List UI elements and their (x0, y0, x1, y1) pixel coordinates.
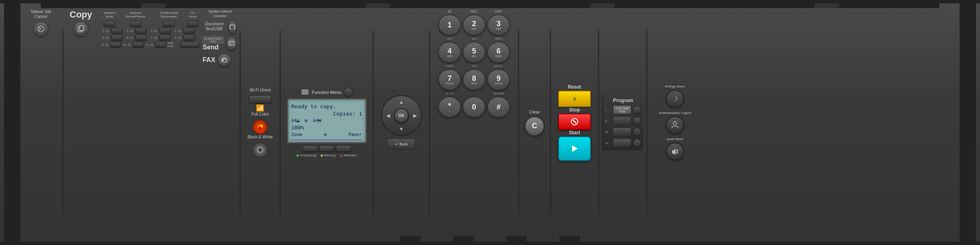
authentication-button[interactable] (666, 116, 684, 134)
fax-button[interactable] (218, 53, 231, 67)
start-button[interactable] (558, 136, 591, 161)
back-button[interactable]: ↩ Back (387, 138, 416, 150)
address-recall-button[interactable] (130, 21, 141, 27)
numpad-9-button[interactable]: 9 WXYZ (487, 69, 510, 90)
numpad-2-button[interactable]: 2 ABC (463, 14, 486, 36)
label-ghi: GHI (438, 37, 461, 40)
status-job-cancel-button[interactable] (33, 22, 48, 36)
numpad-4-button[interactable]: 4 GHI (438, 42, 461, 63)
top-slot-3 (590, 3, 615, 8)
bottom-tab-4 (559, 236, 580, 242)
send-label: Send (203, 44, 218, 51)
four-button[interactable] (183, 28, 195, 33)
program-select-1-button[interactable] (633, 106, 641, 114)
eleven-button[interactable] (156, 42, 166, 47)
lcd-screen: Ready to copy. Copies: 1 A4⬓ ⊞ A4⬒ 100% … (287, 98, 367, 143)
numpad-5-button[interactable]: 5 JKL (463, 42, 486, 63)
id-card-copy-button[interactable]: I. ID Card Copy (613, 105, 631, 114)
nine-button[interactable] (110, 42, 121, 47)
numpad-7-button[interactable]: 7 PQRS (438, 69, 461, 90)
dpad-down-button[interactable]: ▼ (396, 124, 406, 134)
six-button[interactable] (135, 35, 147, 40)
program-3-button[interactable] (613, 127, 631, 136)
energy-saver-label: Energy Saver (665, 85, 685, 89)
ten-button[interactable] (133, 42, 143, 47)
doc-box-button[interactable] (228, 21, 237, 34)
numpad-9-digit: 9 (497, 75, 501, 82)
numpad-8-letters: TUV (471, 82, 477, 85)
numpad-1-button[interactable]: 1 (438, 14, 461, 36)
program-select-2-button[interactable] (633, 117, 641, 125)
label-wxyz: WXYZ (487, 65, 510, 67)
top-slot-1 (141, 3, 165, 8)
eight-button[interactable] (183, 35, 195, 40)
energy-saver-button[interactable]: ☽ (666, 90, 684, 108)
svg-point-14 (258, 127, 262, 130)
numpad-hash-button[interactable]: # (487, 96, 510, 118)
reset-button[interactable]: // (558, 91, 591, 107)
reset-label: Reset (568, 84, 581, 90)
clear-section: Clear C (522, 109, 547, 136)
bw-button[interactable] (252, 142, 268, 158)
bottom-tabs (400, 236, 580, 242)
shift-lock-button[interactable] (180, 42, 200, 47)
two-button[interactable] (135, 28, 147, 33)
dpad-up-button[interactable]: ▲ (396, 97, 406, 107)
numpad-8-button[interactable]: 8 TUV (463, 69, 486, 90)
numpad-star-button[interactable]: * / (438, 96, 461, 118)
stop-button[interactable] (558, 114, 591, 130)
five-button[interactable] (111, 35, 122, 40)
program-select-3-button[interactable] (633, 128, 641, 136)
numpad-4-letters: GHI (447, 55, 452, 58)
quiet-mode-button[interactable] (666, 143, 684, 160)
label-a-A: a↔A (438, 92, 461, 95)
program-4-button[interactable] (613, 138, 631, 147)
nav-btn-2[interactable] (319, 145, 334, 152)
id-card-label: I. ID Card Copy (613, 107, 631, 113)
back-label: Back (399, 142, 408, 146)
copy-section: Copy (67, 7, 95, 238)
row3-label: 9. 20. (100, 43, 109, 46)
nav-btn-3[interactable] (336, 145, 351, 152)
processing-label: Processing (300, 154, 316, 157)
program-2-button[interactable] (613, 116, 631, 125)
numpad-3-button[interactable]: 3 DEF (487, 14, 510, 36)
dpad-ok-button[interactable]: OK (394, 108, 409, 123)
one-button[interactable] (111, 28, 122, 33)
divider-8 (598, 30, 599, 214)
lcd-line-4: 100% (292, 124, 362, 131)
numpad-7-digit: 7 (448, 75, 452, 82)
program-select-4-button[interactable] (633, 139, 641, 147)
dpad-left-button[interactable]: ◀ (383, 111, 393, 120)
row1-label3: 3. 14. (148, 29, 158, 32)
confirm-add-button[interactable] (163, 21, 174, 27)
numpad-6-digit: 6 (497, 47, 501, 55)
processing-dot (296, 154, 299, 157)
numpad-8-digit: 8 (472, 75, 476, 82)
svg-rect-2 (80, 26, 84, 31)
numpad-3-digit: 3 (497, 20, 501, 27)
numpad-0-button[interactable]: 0 (463, 96, 486, 118)
full-color-button[interactable] (252, 119, 268, 135)
copy-button[interactable] (74, 22, 88, 36)
numpad-section: @ ABC DEF 1 2 ABC 3 DEF GHI JKL (433, 7, 515, 238)
address-book-button[interactable] (104, 21, 115, 27)
nav-btn-1[interactable] (303, 145, 317, 152)
numpad-6-button[interactable]: 6 MNO (487, 42, 510, 63)
stop-label: Stop (569, 107, 580, 113)
dpad-right-button[interactable]: ▶ (410, 111, 420, 120)
clear-button[interactable]: C (525, 116, 544, 136)
numpad-2-digit: 2 (472, 20, 476, 27)
status-label: Status/ Job Cancel (24, 9, 58, 19)
on-hook-button[interactable] (187, 21, 198, 27)
seven-button[interactable] (159, 35, 171, 40)
func-top-row: Address Book Address Recall/Pause Confir… (100, 9, 199, 27)
quiet-mode-item: Quiet Mode (653, 137, 697, 160)
wifi-direct-button[interactable] (249, 95, 272, 103)
numpad-0-digit: 0 (472, 103, 476, 111)
send-button[interactable] (226, 37, 237, 50)
three-button[interactable] (159, 28, 171, 33)
function-menu-button[interactable] (344, 88, 353, 97)
full-color-label: Full Color (252, 112, 269, 117)
svg-rect-4 (231, 28, 234, 30)
